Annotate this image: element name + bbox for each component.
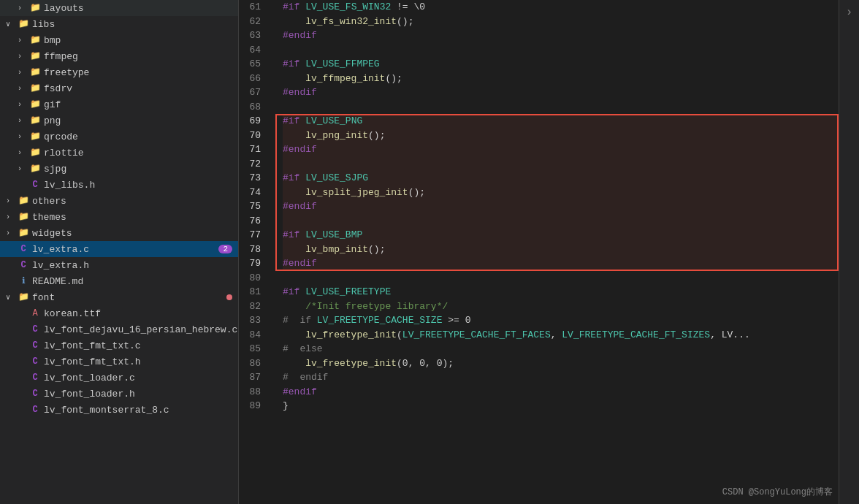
line-number: 64 bbox=[239, 43, 268, 58]
folder-arrow: › bbox=[18, 133, 29, 141]
sidebar-item-lv-font-montserrat-8-c[interactable]: Clv_font_montserrat_8.c bbox=[0, 402, 238, 418]
sidebar-item-lv-font-fmt-txt-h[interactable]: Clv_font_fmt_txt.h bbox=[0, 354, 238, 370]
sidebar-item-lv-font-loader-c[interactable]: Clv_font_loader.c bbox=[0, 370, 238, 386]
line-number: 68 bbox=[239, 100, 268, 115]
sidebar-item-png[interactable]: ›📁png bbox=[0, 112, 238, 129]
file-explorer[interactable]: ›📁layouts∨📁libs›📁bmp›📁ffmpeg›📁freetype›📁… bbox=[0, 0, 239, 504]
folder-icon: 📁 bbox=[29, 2, 41, 14]
item-label: qrcode bbox=[44, 131, 238, 142]
line-number: 62 bbox=[239, 15, 268, 29]
c-header-icon: C bbox=[29, 356, 41, 367]
code-line: lv_fs_win32_init(); bbox=[283, 15, 859, 29]
sidebar-item-font[interactable]: ∨📁font bbox=[0, 289, 238, 305]
item-label: freetype bbox=[44, 67, 238, 78]
sidebar-item-bmp[interactable]: ›📁bmp bbox=[0, 32, 238, 48]
item-label: lv_font_montserrat_8.c bbox=[44, 405, 238, 416]
sidebar-item-lv-extra-h[interactable]: Clv_extra.h bbox=[0, 257, 238, 273]
ttf-icon: A bbox=[29, 308, 41, 319]
sidebar-item-fsdrv[interactable]: ›📁fsdrv bbox=[0, 80, 238, 96]
code-line: lv_png_init(); bbox=[283, 129, 859, 143]
sidebar-item-qrcode[interactable]: ›📁qrcode bbox=[0, 129, 238, 145]
code-line: #endif bbox=[283, 199, 859, 214]
line-number: 86 bbox=[239, 356, 268, 371]
sidebar-item-rlottie[interactable]: ›📁rlottie bbox=[0, 145, 238, 161]
folder-icon: 📁 bbox=[29, 147, 41, 159]
code-line bbox=[283, 157, 859, 172]
code-line: # endif bbox=[283, 370, 859, 385]
folder-arrow: › bbox=[18, 53, 29, 61]
sidebar-item-gif[interactable]: ›📁gif bbox=[0, 96, 238, 112]
item-label: themes bbox=[32, 212, 238, 223]
c-header-icon: C bbox=[29, 179, 41, 191]
line-number: 78 bbox=[239, 243, 268, 257]
folder-arrow: ∨ bbox=[6, 293, 18, 302]
item-label: lv_font_fmt_txt.c bbox=[44, 340, 238, 351]
sidebar-item-sjpg[interactable]: ›📁sjpg bbox=[0, 161, 238, 177]
folder-arrow: › bbox=[18, 117, 29, 125]
sidebar-item-others[interactable]: ›📁others bbox=[0, 193, 238, 209]
code-line: # if LV_FREETYPE_CACHE_SIZE >= 0 bbox=[283, 313, 859, 328]
code-content: #if LV_USE_FS_WIN32 != \0 lv_fs_win32_in… bbox=[275, 0, 859, 504]
folder-icon: 📁 bbox=[18, 291, 29, 303]
c-header-icon: C bbox=[29, 388, 41, 400]
folder-arrow: › bbox=[18, 149, 29, 157]
item-label: widgets bbox=[32, 228, 238, 239]
folder-arrow: › bbox=[6, 229, 18, 237]
sidebar-item-lv-font-dejavu-16-persian-hebrew-c[interactable]: Clv_font_dejavu_16_persian_hebrew.c bbox=[0, 321, 238, 337]
line-number: 70 bbox=[239, 129, 268, 143]
line-number: 76 bbox=[239, 214, 268, 229]
code-line: #if LV_USE_FREETYPE bbox=[283, 285, 859, 299]
sidebar-item-README-md[interactable]: ℹREADME.md bbox=[0, 273, 238, 289]
sidebar-item-themes[interactable]: ›📁themes bbox=[0, 209, 238, 225]
line-numbers: 6162636465666768697071727374757677787980… bbox=[239, 0, 275, 504]
sidebar-item-freetype[interactable]: ›📁freetype bbox=[0, 64, 238, 80]
item-label: lv_extra.h bbox=[32, 260, 238, 271]
folder-arrow: › bbox=[18, 69, 29, 77]
sidebar-item-lv-font-fmt-txt-c[interactable]: Clv_font_fmt_txt.c bbox=[0, 337, 238, 354]
modified-dot bbox=[226, 294, 232, 300]
folder-arrow: › bbox=[18, 37, 29, 45]
folder-arrow: › bbox=[18, 85, 29, 93]
item-label: rlottie bbox=[44, 148, 238, 159]
scroll-right-button[interactable]: › bbox=[846, 6, 853, 19]
sidebar-item-widgets[interactable]: ›📁widgets bbox=[0, 225, 238, 241]
line-number: 83 bbox=[239, 313, 268, 328]
folder-icon: 📁 bbox=[29, 83, 41, 94]
code-line: #if LV_USE_FFMPEG bbox=[283, 57, 859, 72]
sidebar-item-layouts[interactable]: ›📁layouts bbox=[0, 0, 238, 16]
code-line: lv_freetype_init(0, 0, 0); bbox=[283, 356, 859, 371]
line-number: 79 bbox=[239, 256, 268, 271]
folder-icon: 📁 bbox=[18, 18, 29, 30]
folder-icon: 📁 bbox=[29, 163, 41, 175]
c-source-icon: C bbox=[29, 404, 41, 416]
code-line bbox=[283, 214, 859, 229]
folder-icon: 📁 bbox=[18, 195, 29, 207]
item-label: layouts bbox=[44, 3, 238, 14]
c-source-icon: C bbox=[29, 340, 41, 351]
line-number: 85 bbox=[239, 342, 268, 356]
code-line bbox=[283, 100, 859, 115]
sidebar-item-libs[interactable]: ∨📁libs bbox=[0, 16, 238, 32]
code-line: /*Init freetype library*/ bbox=[283, 299, 859, 314]
code-line: } bbox=[283, 399, 859, 413]
sidebar-item-lv-extra-c[interactable]: Clv_extra.c2 bbox=[0, 241, 238, 257]
item-label: sjpg bbox=[44, 164, 238, 175]
sidebar-item-lv-libs-h[interactable]: Clv_libs.h bbox=[0, 177, 238, 193]
item-label: lv_font_dejavu_16_persian_hebrew.c bbox=[44, 324, 238, 335]
item-label: korean.ttf bbox=[44, 308, 238, 319]
code-line bbox=[283, 43, 859, 58]
folder-arrow: › bbox=[18, 101, 29, 109]
folder-arrow: › bbox=[18, 4, 29, 12]
watermark: CSDN @SongYuLong的博客 bbox=[722, 486, 833, 498]
folder-icon: 📁 bbox=[18, 227, 29, 239]
sidebar-item-korean-ttf[interactable]: Akorean.ttf bbox=[0, 305, 238, 321]
sidebar-item-ffmpeg[interactable]: ›📁ffmpeg bbox=[0, 48, 238, 64]
code-editor: 6162636465666768697071727374757677787980… bbox=[239, 0, 859, 504]
folder-icon: 📁 bbox=[29, 115, 41, 126]
item-label: others bbox=[32, 196, 238, 207]
c-header-icon: C bbox=[18, 259, 29, 271]
item-label: gif bbox=[44, 99, 238, 110]
line-number: 75 bbox=[239, 199, 268, 214]
sidebar-item-lv-font-loader-h[interactable]: Clv_font_loader.h bbox=[0, 386, 238, 402]
scroll-arrow-panel: › bbox=[839, 0, 859, 504]
